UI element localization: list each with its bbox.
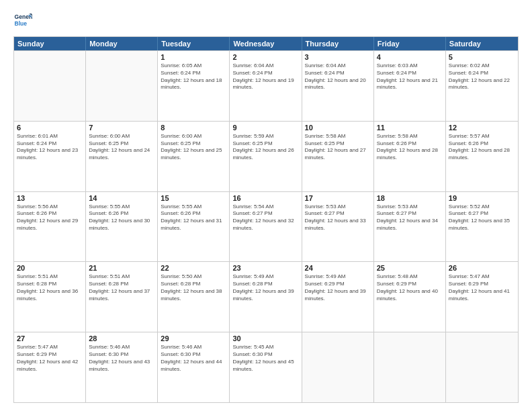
day-number: 9: [232, 124, 298, 132]
day-cell: 25Sunrise: 5:48 AM Sunset: 6:29 PM Dayli…: [374, 262, 446, 332]
svg-text:General: General: [15, 13, 32, 20]
day-info: Sunrise: 5:46 AM Sunset: 6:30 PM Dayligh…: [89, 344, 154, 373]
day-info: Sunrise: 6:04 AM Sunset: 6:24 PM Dayligh…: [232, 62, 298, 91]
weekday-header: Friday: [374, 37, 446, 50]
weekday-header: Monday: [86, 37, 158, 50]
day-info: Sunrise: 5:49 AM Sunset: 6:28 PM Dayligh…: [232, 273, 298, 302]
day-number: 17: [305, 194, 371, 202]
day-cell: 27Sunrise: 5:47 AM Sunset: 6:29 PM Dayli…: [14, 332, 86, 402]
day-number: 15: [161, 194, 226, 202]
day-info: Sunrise: 5:55 AM Sunset: 6:26 PM Dayligh…: [89, 203, 154, 232]
empty-cell: [86, 51, 158, 121]
empty-cell: [14, 51, 86, 121]
day-cell: 10Sunrise: 5:58 AM Sunset: 6:25 PM Dayli…: [302, 122, 374, 191]
day-info: Sunrise: 5:45 AM Sunset: 6:30 PM Dayligh…: [232, 344, 298, 373]
day-cell: 5Sunrise: 6:02 AM Sunset: 6:24 PM Daylig…: [446, 51, 518, 121]
day-cell: 13Sunrise: 5:56 AM Sunset: 6:26 PM Dayli…: [14, 192, 86, 262]
day-info: Sunrise: 6:01 AM Sunset: 6:24 PM Dayligh…: [17, 133, 83, 162]
calendar-body: 1Sunrise: 6:05 AM Sunset: 6:24 PM Daylig…: [14, 50, 518, 402]
day-number: 10: [305, 124, 371, 132]
day-cell: 6Sunrise: 6:01 AM Sunset: 6:24 PM Daylig…: [14, 122, 86, 191]
calendar-row: 13Sunrise: 5:56 AM Sunset: 6:26 PM Dayli…: [14, 191, 518, 262]
logo: General Blue: [13, 11, 32, 30]
svg-text:Blue: Blue: [15, 20, 28, 27]
day-cell: 23Sunrise: 5:49 AM Sunset: 6:28 PM Dayli…: [230, 262, 302, 332]
day-cell: 19Sunrise: 5:52 AM Sunset: 6:27 PM Dayli…: [446, 192, 518, 262]
day-info: Sunrise: 6:02 AM Sunset: 6:24 PM Dayligh…: [449, 62, 515, 91]
empty-cell: [302, 332, 374, 402]
calendar-row: 27Sunrise: 5:47 AM Sunset: 6:29 PM Dayli…: [14, 332, 518, 402]
page: General Blue SundayMondayTuesdayWednesda…: [0, 0, 532, 411]
day-info: Sunrise: 5:48 AM Sunset: 6:29 PM Dayligh…: [377, 273, 443, 302]
day-cell: 17Sunrise: 5:53 AM Sunset: 6:27 PM Dayli…: [302, 192, 374, 262]
day-info: Sunrise: 5:47 AM Sunset: 6:29 PM Dayligh…: [17, 344, 83, 373]
day-number: 7: [89, 124, 154, 132]
day-info: Sunrise: 5:57 AM Sunset: 6:26 PM Dayligh…: [449, 133, 515, 162]
day-number: 8: [161, 124, 226, 132]
day-info: Sunrise: 6:04 AM Sunset: 6:24 PM Dayligh…: [305, 62, 371, 91]
day-number: 20: [17, 264, 83, 272]
day-cell: 11Sunrise: 5:58 AM Sunset: 6:26 PM Dayli…: [374, 122, 446, 191]
calendar: SundayMondayTuesdayWednesdayThursdayFrid…: [13, 36, 519, 403]
weekday-header: Thursday: [302, 37, 374, 50]
day-number: 21: [89, 264, 154, 272]
day-info: Sunrise: 5:52 AM Sunset: 6:27 PM Dayligh…: [449, 203, 515, 232]
weekday-header: Wednesday: [230, 37, 302, 50]
day-info: Sunrise: 5:55 AM Sunset: 6:26 PM Dayligh…: [161, 203, 226, 232]
day-cell: 24Sunrise: 5:49 AM Sunset: 6:29 PM Dayli…: [302, 262, 374, 332]
day-cell: 12Sunrise: 5:57 AM Sunset: 6:26 PM Dayli…: [446, 122, 518, 191]
day-info: Sunrise: 5:51 AM Sunset: 6:28 PM Dayligh…: [17, 273, 83, 302]
day-number: 19: [449, 194, 515, 202]
day-cell: 18Sunrise: 5:53 AM Sunset: 6:27 PM Dayli…: [374, 192, 446, 262]
day-info: Sunrise: 5:56 AM Sunset: 6:26 PM Dayligh…: [17, 203, 83, 232]
day-cell: 14Sunrise: 5:55 AM Sunset: 6:26 PM Dayli…: [86, 192, 158, 262]
day-cell: 4Sunrise: 6:03 AM Sunset: 6:24 PM Daylig…: [374, 51, 446, 121]
day-info: Sunrise: 6:03 AM Sunset: 6:24 PM Dayligh…: [377, 62, 443, 91]
day-number: 3: [305, 53, 371, 61]
day-number: 1: [161, 53, 226, 61]
calendar-row: 1Sunrise: 6:05 AM Sunset: 6:24 PM Daylig…: [14, 50, 518, 121]
day-cell: 21Sunrise: 5:51 AM Sunset: 6:28 PM Dayli…: [86, 262, 158, 332]
calendar-row: 20Sunrise: 5:51 AM Sunset: 6:28 PM Dayli…: [14, 261, 518, 332]
day-cell: 20Sunrise: 5:51 AM Sunset: 6:28 PM Dayli…: [14, 262, 86, 332]
day-cell: 26Sunrise: 5:47 AM Sunset: 6:29 PM Dayli…: [446, 262, 518, 332]
day-number: 25: [377, 264, 443, 272]
day-number: 30: [232, 334, 298, 342]
calendar-row: 6Sunrise: 6:01 AM Sunset: 6:24 PM Daylig…: [14, 121, 518, 191]
day-number: 4: [377, 53, 443, 61]
day-number: 18: [377, 194, 443, 202]
day-number: 12: [449, 124, 515, 132]
day-number: 26: [449, 264, 515, 272]
day-info: Sunrise: 6:05 AM Sunset: 6:24 PM Dayligh…: [161, 62, 226, 91]
day-info: Sunrise: 6:00 AM Sunset: 6:25 PM Dayligh…: [89, 133, 154, 162]
day-cell: 16Sunrise: 5:54 AM Sunset: 6:27 PM Dayli…: [230, 192, 302, 262]
calendar-header: SundayMondayTuesdayWednesdayThursdayFrid…: [14, 37, 518, 50]
day-number: 28: [89, 334, 154, 342]
day-number: 29: [161, 334, 226, 342]
day-number: 22: [161, 264, 226, 272]
day-number: 24: [305, 264, 371, 272]
header: General Blue: [13, 11, 519, 30]
day-info: Sunrise: 5:53 AM Sunset: 6:27 PM Dayligh…: [377, 203, 443, 232]
day-info: Sunrise: 5:47 AM Sunset: 6:29 PM Dayligh…: [449, 273, 515, 302]
day-number: 13: [17, 194, 83, 202]
day-cell: 15Sunrise: 5:55 AM Sunset: 6:26 PM Dayli…: [158, 192, 230, 262]
day-cell: 22Sunrise: 5:50 AM Sunset: 6:28 PM Dayli…: [158, 262, 230, 332]
day-number: 14: [89, 194, 154, 202]
day-number: 2: [232, 53, 298, 61]
day-cell: 30Sunrise: 5:45 AM Sunset: 6:30 PM Dayli…: [230, 332, 302, 402]
day-cell: 28Sunrise: 5:46 AM Sunset: 6:30 PM Dayli…: [86, 332, 158, 402]
day-cell: 7Sunrise: 6:00 AM Sunset: 6:25 PM Daylig…: [86, 122, 158, 191]
day-info: Sunrise: 6:00 AM Sunset: 6:25 PM Dayligh…: [161, 133, 226, 162]
day-info: Sunrise: 5:53 AM Sunset: 6:27 PM Dayligh…: [305, 203, 371, 232]
day-number: 6: [17, 124, 83, 132]
day-cell: 1Sunrise: 6:05 AM Sunset: 6:24 PM Daylig…: [158, 51, 230, 121]
day-info: Sunrise: 5:59 AM Sunset: 6:25 PM Dayligh…: [232, 133, 298, 162]
day-number: 27: [17, 334, 83, 342]
weekday-header: Saturday: [446, 37, 518, 50]
day-info: Sunrise: 5:58 AM Sunset: 6:25 PM Dayligh…: [305, 133, 371, 162]
day-number: 23: [232, 264, 298, 272]
day-number: 11: [377, 124, 443, 132]
day-info: Sunrise: 5:54 AM Sunset: 6:27 PM Dayligh…: [232, 203, 298, 232]
day-number: 5: [449, 53, 515, 61]
